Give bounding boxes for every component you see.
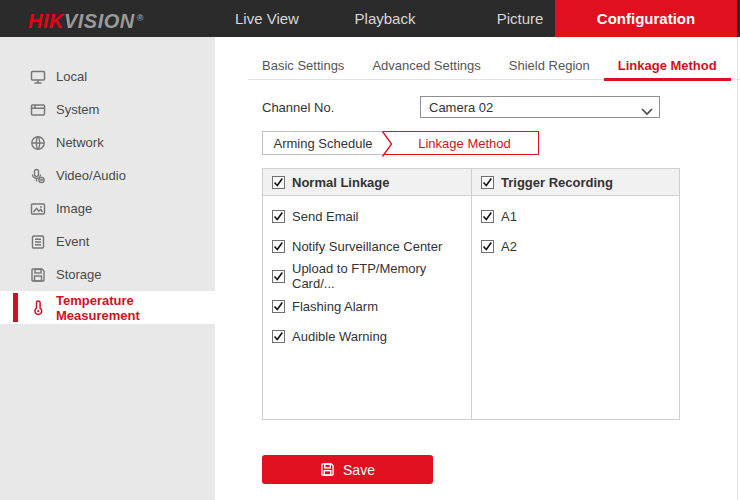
trigger-row-a1: A1 xyxy=(472,201,679,231)
sidebar-item-label: System xyxy=(56,102,99,117)
nav-configuration[interactable]: Configuration xyxy=(555,0,737,37)
row-label: Upload to FTP/Memory Card/... xyxy=(292,261,471,291)
checkbox-a2[interactable] xyxy=(481,240,494,253)
sidebar-item-label: Network xyxy=(56,135,104,150)
sidebar-item-label: Local xyxy=(56,69,87,84)
row-label: A2 xyxy=(501,239,517,254)
channel-row: Channel No. Camera 02 xyxy=(262,96,660,118)
thermometer-icon xyxy=(30,300,46,316)
sidebar-item-video-audio[interactable]: Video/Audio xyxy=(0,159,215,192)
sidebar-item-storage[interactable]: Storage xyxy=(0,258,215,291)
checkbox-trigger-recording[interactable] xyxy=(481,176,494,189)
trigger-recording-column: Trigger Recording A1 A2 xyxy=(471,169,679,419)
tab-linkage-method[interactable]: Linkage Method xyxy=(604,51,731,79)
chevron-right-icon xyxy=(382,131,393,160)
linkage-row-flashing-alarm: Flashing Alarm xyxy=(263,291,471,321)
sidebar-item-network[interactable]: Network xyxy=(0,126,215,159)
channel-label: Channel No. xyxy=(262,100,420,115)
subtab-linkage-label: Linkage Method xyxy=(418,136,511,151)
sidebar: Local System Network Video/Audio Image xyxy=(0,37,215,500)
row-label: Notify Surveillance Center xyxy=(292,239,442,254)
checkbox-flashing-alarm[interactable] xyxy=(272,300,285,313)
top-nav-bar: HIKVISION® Live View Playback Picture Co… xyxy=(0,0,740,37)
linkage-row-send-email: Send Email xyxy=(263,201,471,231)
linkage-row-audible-warning: Audible Warning xyxy=(263,321,471,351)
picture-icon xyxy=(30,201,46,217)
logo-part-red: HIK xyxy=(28,10,64,32)
nav-picture[interactable]: Picture xyxy=(478,0,562,37)
sidebar-item-temperature-measurement[interactable]: Temperature Measurement xyxy=(0,291,215,324)
row-label: Flashing Alarm xyxy=(292,299,378,314)
subtab-arming-schedule[interactable]: Arming Schedule xyxy=(262,131,383,155)
save-button[interactable]: Save xyxy=(262,455,433,484)
monitor-icon xyxy=(30,69,46,85)
tab-advanced-settings[interactable]: Advanced Settings xyxy=(358,51,494,79)
sidebar-item-local[interactable]: Local xyxy=(0,60,215,93)
row-label: Send Email xyxy=(292,209,358,224)
checkbox-audible-warning[interactable] xyxy=(272,330,285,343)
floppy-icon xyxy=(30,267,46,283)
linkage-subtabs: Arming Schedule Linkage Method xyxy=(262,131,539,155)
row-label: Audible Warning xyxy=(292,329,387,344)
save-icon xyxy=(320,462,335,477)
linkage-row-notify-center: Notify Surveillance Center xyxy=(263,231,471,261)
linkage-table: Normal Linkage Send Email Notify Surveil… xyxy=(262,168,680,420)
sidebar-menu: Local System Network Video/Audio Image xyxy=(0,60,215,324)
normal-linkage-body: Send Email Notify Surveillance Center Up… xyxy=(263,196,471,351)
tab-basic-settings[interactable]: Basic Settings xyxy=(248,51,358,79)
registered-mark: ® xyxy=(137,13,144,23)
subtab-linkage-method[interactable]: Linkage Method xyxy=(383,131,539,155)
clipboard-icon xyxy=(30,234,46,250)
chevron-down-icon xyxy=(641,104,653,119)
sidebar-item-label: Storage xyxy=(56,267,102,282)
save-button-label: Save xyxy=(343,462,375,478)
nav-live-view[interactable]: Live View xyxy=(222,0,312,37)
trigger-recording-body: A1 A2 xyxy=(472,196,679,261)
globe-icon xyxy=(30,135,46,151)
sidebar-item-label: Image xyxy=(56,201,92,216)
hikvision-logo: HIKVISION® xyxy=(28,0,144,37)
checkbox-upload-ftp[interactable] xyxy=(272,270,285,283)
checkbox-notify-surveillance-center[interactable] xyxy=(272,240,285,253)
main-content: Basic Settings Advanced Settings Shield … xyxy=(215,37,740,500)
sidebar-item-label: Event xyxy=(56,234,89,249)
trigger-recording-header: Trigger Recording xyxy=(472,169,679,196)
sidebar-item-event[interactable]: Event xyxy=(0,225,215,258)
normal-linkage-column: Normal Linkage Send Email Notify Surveil… xyxy=(263,169,471,419)
window-icon xyxy=(30,102,46,118)
sidebar-item-image[interactable]: Image xyxy=(0,192,215,225)
column-header-label: Normal Linkage xyxy=(292,175,390,190)
nav-playback[interactable]: Playback xyxy=(342,0,428,37)
logo-part-gray: VISION xyxy=(64,10,135,32)
row-label: A1 xyxy=(501,209,517,224)
sidebar-item-label: Video/Audio xyxy=(56,168,126,183)
channel-select[interactable]: Camera 02 xyxy=(420,96,660,118)
sidebar-item-system[interactable]: System xyxy=(0,93,215,126)
linkage-row-upload-ftp: Upload to FTP/Memory Card/... xyxy=(263,261,471,291)
settings-tabs: Basic Settings Advanced Settings Shield … xyxy=(248,51,740,80)
trigger-row-a2: A2 xyxy=(472,231,679,261)
sidebar-item-label: Temperature Measurement xyxy=(56,293,215,323)
channel-select-value: Camera 02 xyxy=(429,100,493,115)
normal-linkage-header: Normal Linkage xyxy=(263,169,471,196)
column-header-label: Trigger Recording xyxy=(501,175,613,190)
microphone-icon xyxy=(30,168,46,184)
checkbox-send-email[interactable] xyxy=(272,210,285,223)
checkbox-normal-linkage[interactable] xyxy=(272,176,285,189)
tab-shield-region[interactable]: Shield Region xyxy=(495,51,604,79)
checkbox-a1[interactable] xyxy=(481,210,494,223)
